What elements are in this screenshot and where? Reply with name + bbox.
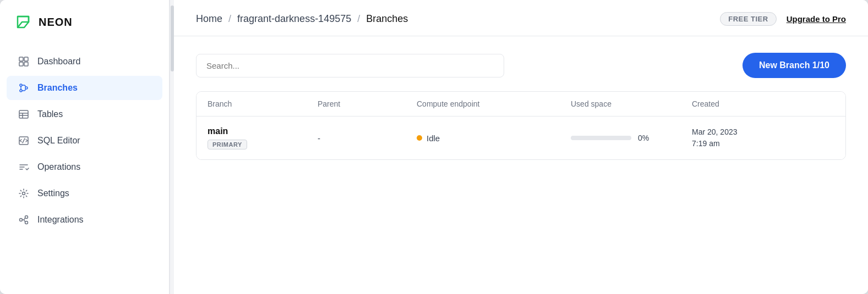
dashboard-icon — [18, 56, 30, 68]
sql-editor-icon — [18, 135, 30, 147]
top-right-actions: FREE TIER Upgrade to Pro — [720, 12, 846, 26]
sidebar-item-settings[interactable]: Settings — [7, 181, 162, 206]
upgrade-to-pro-link[interactable]: Upgrade to Pro — [787, 14, 846, 24]
operations-icon — [18, 161, 30, 173]
svg-rect-3 — [19, 62, 23, 66]
col-used-space: Used space — [571, 99, 692, 108]
branch-name-cell: main PRIMARY — [208, 126, 318, 149]
main-content: Home / fragrant-darkness-149575 / Branch… — [174, 0, 868, 294]
table-header: Branch Parent Compute endpoint Used spac… — [196, 92, 845, 117]
sidebar-item-dashboard-label: Dashboard — [37, 57, 80, 66]
sidebar-scrollbar[interactable] — [170, 0, 174, 294]
logo-text: NEON — [39, 16, 73, 29]
free-tier-badge: FREE TIER — [720, 12, 776, 26]
search-input[interactable] — [196, 54, 504, 77]
sidebar-item-branches[interactable]: Branches — [7, 76, 162, 100]
endpoint-cell: Idle — [417, 134, 571, 143]
breadcrumb-sep2: / — [357, 13, 360, 24]
svg-point-5 — [20, 84, 22, 86]
tables-icon — [18, 108, 30, 120]
sidebar-item-integrations[interactable]: Integrations — [7, 208, 162, 232]
branches-icon — [18, 82, 30, 94]
sidebar-item-sql-editor-label: SQL Editor — [37, 136, 80, 146]
breadcrumb: Home / fragrant-darkness-149575 / Branch… — [196, 13, 408, 25]
breadcrumb-home[interactable]: Home — [196, 13, 222, 24]
branch-name-text: main — [208, 126, 318, 136]
svg-rect-8 — [19, 110, 28, 118]
app-window: NEON Dashboard — [0, 0, 868, 294]
svg-point-6 — [20, 90, 22, 92]
sidebar-item-integrations-label: Integrations — [37, 215, 84, 225]
table-row[interactable]: main PRIMARY - Idle 0% — [196, 117, 845, 159]
neon-logo-icon — [13, 12, 33, 32]
sidebar-item-operations-label: Operations — [37, 162, 80, 172]
logo-area: NEON — [0, 0, 169, 48]
col-branch: Branch — [208, 99, 318, 108]
svg-point-16 — [25, 216, 28, 219]
search-row: New Branch 1/10 — [196, 53, 846, 78]
sidebar-item-operations[interactable]: Operations — [7, 155, 162, 179]
content-area: New Branch 1/10 Branch Parent Compute en… — [174, 36, 868, 294]
breadcrumb-project[interactable]: fragrant-darkness-149575 — [237, 13, 351, 24]
scrollbar-thumb[interactable] — [171, 5, 174, 71]
endpoint-status-text: Idle — [427, 134, 440, 143]
svg-rect-2 — [24, 57, 28, 61]
sidebar-item-dashboard[interactable]: Dashboard — [7, 49, 162, 74]
parent-cell: - — [318, 134, 417, 143]
breadcrumb-current: Branches — [366, 13, 408, 24]
svg-point-7 — [25, 87, 28, 89]
sidebar-item-settings-label: Settings — [37, 188, 69, 198]
sidebar-item-tables-label: Tables — [37, 109, 63, 119]
col-compute-endpoint: Compute endpoint — [417, 99, 571, 108]
breadcrumb-sep1: / — [228, 13, 231, 24]
svg-rect-1 — [19, 57, 23, 61]
used-space-percent-text: 0% — [638, 134, 649, 142]
col-created: Created — [692, 99, 834, 108]
sidebar-item-sql-editor[interactable]: SQL Editor — [7, 129, 162, 153]
settings-icon — [18, 187, 30, 199]
integrations-icon — [18, 214, 30, 226]
svg-point-14 — [23, 192, 25, 195]
top-bar: Home / fragrant-darkness-149575 / Branch… — [174, 0, 868, 36]
sidebar-item-branches-label: Branches — [37, 83, 78, 93]
sidebar: NEON Dashboard — [0, 0, 170, 294]
col-parent: Parent — [318, 99, 417, 108]
idle-status-dot — [417, 135, 422, 141]
used-space-progress-bar — [571, 136, 631, 140]
svg-rect-4 — [24, 62, 28, 66]
used-space-cell: 0% — [571, 134, 692, 142]
branches-table: Branch Parent Compute endpoint Used spac… — [196, 91, 846, 160]
svg-line-13 — [23, 138, 25, 143]
primary-badge: PRIMARY — [208, 140, 247, 149]
created-cell: Mar 20, 20237:19 am — [692, 126, 834, 149]
svg-point-17 — [25, 221, 28, 224]
sidebar-item-tables[interactable]: Tables — [7, 102, 162, 126]
new-branch-button[interactable]: New Branch 1/10 — [743, 53, 846, 78]
